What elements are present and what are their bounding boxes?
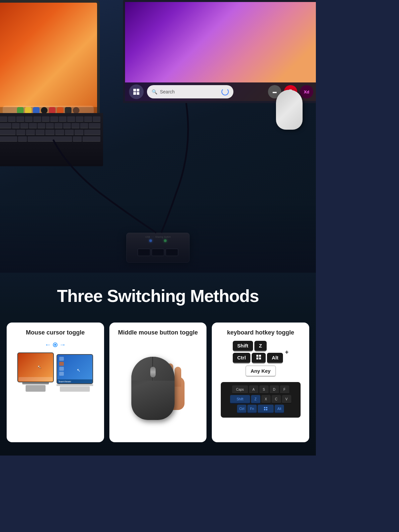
lkb-key: [16, 116, 24, 122]
card3-content: Shift Z Ctrl Alt: [218, 341, 303, 436]
svg-rect-2: [133, 92, 136, 95]
lkb-key: [73, 136, 82, 142]
title-section: Three Switching Methods: [0, 273, 316, 316]
card3-title: keyboard hotkey toggle: [218, 329, 303, 336]
page-title: Three Switching Methods: [7, 286, 309, 306]
search-bar[interactable]: 🔍 Search: [147, 85, 233, 98]
any-key: Any Key: [245, 365, 276, 377]
arrow-right-icon: →: [59, 341, 66, 348]
lkb-key: [45, 130, 54, 135]
shift-key-kb: Shift: [230, 395, 250, 404]
svg-rect-1: [137, 89, 139, 91]
win-desktop-icons: [59, 357, 64, 376]
lkb-key: [8, 116, 16, 122]
mac-mini-base: [26, 385, 46, 392]
lkb-key: [82, 136, 100, 142]
svg-rect-6: [256, 355, 258, 357]
dock-icon-1: [17, 107, 24, 114]
monitor-screen: 🔍 Search ▬ P Xd: [123, 0, 316, 103]
lkb-key: [46, 123, 54, 128]
c-key-kb: C: [272, 395, 281, 404]
lkb-key: [80, 123, 88, 128]
card1-content: ← → ↖: [13, 341, 97, 436]
finger-1: [175, 367, 181, 387]
cortana-icon: [221, 88, 229, 95]
lkb-key: [28, 136, 72, 142]
lkb-key: [71, 123, 79, 128]
dock-icon-6: [57, 107, 64, 114]
lkb-key: [84, 116, 92, 122]
lkb-key: [55, 123, 63, 128]
card2-content: [116, 341, 200, 436]
s-key: S: [259, 385, 269, 394]
mini-mac-dock: [19, 377, 53, 381]
laptop-keyboard: [0, 113, 103, 166]
fn-key-kb: Fn: [247, 405, 257, 413]
card-keyboard-hotkey: keyboard hotkey toggle Shift Z Ctrl: [212, 323, 309, 442]
screens-preview: ↖ ↖: [17, 352, 93, 392]
cards-section: Mouse cursor toggle ← → ↖: [0, 316, 316, 456]
table-surface: [0, 206, 316, 273]
svg-point-5: [54, 344, 56, 346]
lkb-key: [63, 123, 71, 128]
ctrl-key: Ctrl: [233, 353, 251, 363]
lkb-key: [0, 123, 11, 128]
laptop-screen: [0, 0, 100, 120]
card-mouse-cursor: Mouse cursor toggle ← → ↖: [7, 323, 104, 442]
hotkey-combo: Shift Z Ctrl Alt: [218, 341, 303, 377]
lkb-key: [33, 116, 41, 122]
mouse-right-button: [153, 357, 175, 381]
d-key: D: [270, 385, 279, 394]
shift-key: Shift: [233, 341, 253, 351]
lkb-key: [36, 130, 45, 135]
key-group-1: Shift Z Ctrl Alt: [233, 341, 283, 363]
lkb-key: [74, 130, 83, 135]
lkb-key: [18, 136, 27, 142]
hero-section: 🔍 Search ▬ P Xd USB ······ Sharing Switc…: [0, 0, 316, 273]
z-key: Z: [254, 341, 267, 351]
z-key-kb: Z: [251, 395, 260, 404]
win-key: [252, 353, 266, 363]
lkb-key: [29, 123, 37, 128]
win-taskbar-mini: TeamViewer: [57, 379, 92, 383]
x-key-kb: X: [261, 395, 271, 404]
ctrl-key-kb: Ctrl: [237, 405, 246, 413]
alt-key: Alt: [267, 353, 283, 363]
svg-rect-12: [264, 409, 265, 410]
lkb-key: [38, 123, 46, 128]
arrow-indicator: ← →: [45, 341, 66, 348]
dock-icon-5: [49, 107, 56, 114]
win-key-kb: [258, 405, 274, 413]
search-icon: 🔍: [152, 89, 157, 94]
kb-row-3: Ctrl Fn Alt: [223, 405, 298, 413]
f-key: F: [280, 385, 289, 394]
windows-start-button[interactable]: [129, 84, 144, 99]
monitor-stand-mini: [57, 384, 93, 386]
arrow-left-icon: ←: [45, 341, 51, 348]
dock-icon-4: [41, 107, 48, 114]
lkb-key: [67, 116, 75, 122]
scroll-wheel: [150, 367, 156, 377]
lkb-key: [0, 136, 17, 142]
dock-icon-2: [25, 107, 32, 114]
card2-title: Middle mouse button toggle: [116, 329, 200, 336]
svg-rect-13: [266, 409, 267, 410]
svg-rect-10: [264, 407, 265, 408]
kb-row-2: Shift Z X C V: [223, 395, 298, 404]
mouse-body-visual: [131, 357, 175, 420]
lkb-key: [76, 116, 84, 122]
lkb-key: [0, 130, 16, 135]
caps-key: Caps: [232, 385, 248, 394]
svg-rect-3: [137, 92, 139, 95]
lkb-key: [42, 116, 50, 122]
lkb-key: [0, 116, 7, 122]
lkb-key: [84, 130, 100, 135]
card1-title: Mouse cursor toggle: [13, 329, 97, 336]
dock-icon-8: [73, 107, 79, 114]
lkb-key: [89, 123, 101, 128]
lkb-key: [16, 130, 25, 135]
laptop-device: [0, 0, 106, 166]
lkb-key: [12, 123, 20, 128]
svg-rect-11: [266, 407, 267, 408]
lkb-key: [26, 130, 35, 135]
